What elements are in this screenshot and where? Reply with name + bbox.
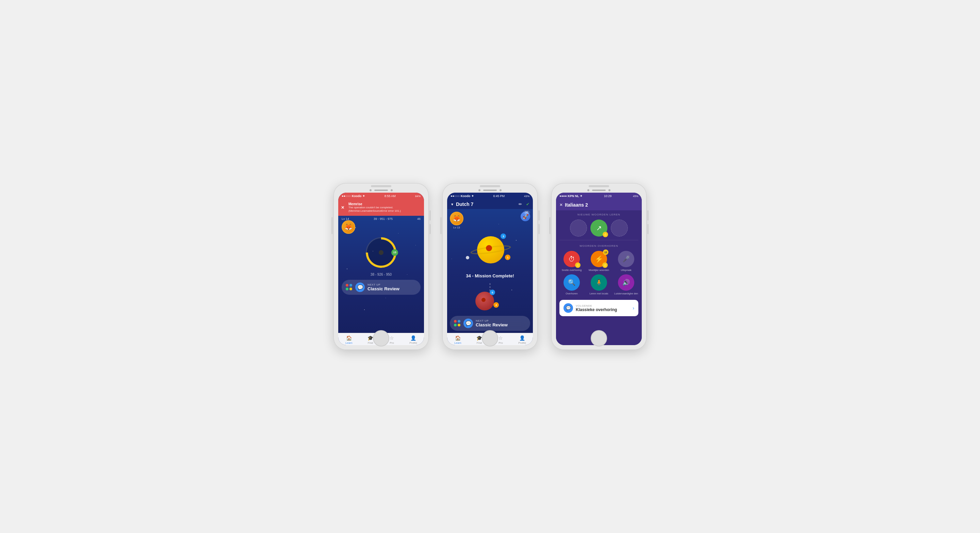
star-icon: ☆ <box>390 335 394 341</box>
dot-yellow <box>350 288 352 290</box>
overhoren-label: Overhoren <box>566 292 578 295</box>
phone3-close-icon[interactable]: ✕ <box>559 202 563 207</box>
practice-item-luister: 🔊 Luistervaardighe den <box>614 274 638 295</box>
phone2-dot-green <box>454 324 457 326</box>
phone1-nav-pro[interactable]: ☆ Pro <box>381 335 402 344</box>
phone1-nav-learn-label: Learn <box>345 341 352 344</box>
phone2-nav-learn[interactable]: 🏠 Learn <box>447 335 469 344</box>
phone3-volume-up-button[interactable] <box>647 210 649 221</box>
phone1-battery: 84% <box>415 195 421 198</box>
phone3-volume-down-button[interactable] <box>647 224 649 234</box>
bottom-planet: 6 2 <box>476 292 494 310</box>
phone1-orbit-ring: 15 <box>366 237 396 268</box>
next-up-dots-icon <box>346 284 353 291</box>
phone1-nav-pro-label: Pro <box>390 341 394 344</box>
volgende-text: VOLGENDE Klassieke overhoring <box>576 304 630 312</box>
phone1-nav-profile[interactable]: 👤 Profile <box>402 335 424 344</box>
phone2-volume-down-button[interactable] <box>538 224 540 234</box>
volgende-chevron-icon: › <box>633 305 634 311</box>
phone3-power-button[interactable] <box>549 217 550 234</box>
mission-text: 34 - Mission Complete! <box>466 273 514 278</box>
phone2-level: Lv 13 <box>450 226 463 229</box>
phone2-graduation-icon: 🎓 <box>476 335 482 341</box>
phone3-camera-dot-2 <box>608 189 611 191</box>
uitspraak-button[interactable]: 🎤 <box>618 251 634 267</box>
check-icon[interactable]: ✔ <box>526 202 530 207</box>
phone2-next-up-dots <box>454 320 461 327</box>
moeilijke-num-badge: 15 <box>603 250 608 255</box>
phone2-character: 🦊 <box>450 212 463 225</box>
phone2-next-up-bar[interactable]: 💬 NEXT UP Classic Review <box>450 316 530 331</box>
timer-icon: ⏱ <box>568 255 575 263</box>
phone2-carrier: ●●○○○ Koodo ✦ <box>450 194 474 198</box>
phone1-range-bottom: 38 - 926 - 950 <box>338 271 424 278</box>
error-banner: ✕ Memrise The operation couldn't be comp… <box>338 199 424 216</box>
snelle-star-badge: ⭐ <box>575 263 581 268</box>
phone3-camera-area <box>556 188 642 193</box>
phone1-next-up-title: Classic Review <box>368 286 417 291</box>
phone3-content: NIEUWE WOORDEN LEREN ↗ ⭐ WOORDEN OVERHOR… <box>556 210 642 345</box>
volgende-label: VOLGENDE <box>576 304 630 307</box>
practice-item-snelle: ⏱ ⭐ Snelle overhoring <box>559 251 584 272</box>
error-message: The operation couldn't be completed. (Me… <box>348 206 421 213</box>
phone3-learn-btn[interactable]: ↗ ⭐ <box>590 220 608 237</box>
overhoren-button[interactable]: 🔍 <box>563 274 580 291</box>
phone3-ghost-btn-left <box>570 220 587 237</box>
learn-star-badge: ⭐ <box>603 232 608 237</box>
phone1-bottom-nav: 🏠 Learn 🎓 Find ☆ Pro 👤 Profile <box>338 333 424 345</box>
moeilijke-button[interactable]: ⚡ 15 ⭐ <box>591 251 607 267</box>
chevron-down-icon[interactable]: ▼ <box>450 202 454 206</box>
phone3-ghost-btn-right <box>611 220 628 237</box>
phone1-next-up-bar[interactable]: 💬 NEXT UP Classic Review <box>342 280 421 295</box>
graduation-icon: 🎓 <box>368 335 373 341</box>
phone-camera-area <box>338 188 424 193</box>
phone1-status-bar: ●●○○○ Koodo ✦ 8:55 AM 84% <box>338 193 424 199</box>
phone2-next-up-text: NEXT UP Classic Review <box>476 319 526 328</box>
leren-label: Leren met locals <box>589 292 608 295</box>
practice-item-overhoren: 🔍 Overhoren <box>559 274 584 295</box>
practice-item-leren: 🧍 Leren met locals <box>587 274 611 295</box>
search-icon: 🔍 <box>568 279 576 286</box>
badge-3: 3 <box>501 234 506 239</box>
phone2-star-icon: ☆ <box>498 335 503 341</box>
edit-icon[interactable]: ✏ <box>519 202 522 207</box>
phone2-nav-profile[interactable]: 👤 Profile <box>511 335 533 344</box>
mic-icon: 🎤 <box>622 255 630 263</box>
leren-button[interactable]: 🧍 <box>591 274 607 291</box>
badge-2: 2 <box>493 302 499 308</box>
phone1-nav-learn[interactable]: 🏠 Learn <box>338 335 360 344</box>
volgende-title: Klassieke overhoring <box>576 307 630 312</box>
badge-1: 1 <box>505 255 511 260</box>
volume-down-button[interactable] <box>430 224 431 234</box>
luister-button[interactable]: 🔊 <box>618 274 634 291</box>
phone2-home-icon: 🏠 <box>455 335 461 341</box>
phone3-section-new-words: NIEUWE WOORDEN LEREN <box>556 210 642 218</box>
lightning-icon: ⚡ <box>595 255 603 263</box>
speaker-icon: 🔊 <box>622 279 630 286</box>
power-button[interactable] <box>331 217 333 234</box>
next-up-text: NEXT UP Classic Review <box>368 283 417 291</box>
phone2-nav-pro[interactable]: ☆ Pro <box>490 335 511 344</box>
phone2-power-button[interactable] <box>440 217 442 234</box>
phone-3: ●●●● KPN NL ✦ 10:29 45% ✕ Italiaans 2 NI… <box>551 183 646 350</box>
phone3-volgende-bar[interactable]: 💬 VOLGENDE Klassieke overhoring › <box>559 300 638 316</box>
phone-2: ●●○○○ Koodo ✦ 6:45 PM 43% ▼ Dutch 7 ✏ ✔ <box>442 183 538 350</box>
phone3-divider <box>559 240 638 240</box>
person-icon: 🧍 <box>595 279 603 286</box>
volume-up-button[interactable] <box>430 210 431 221</box>
phone1-time: 8:55 AM <box>385 194 396 198</box>
phone2-course-title: Dutch 7 <box>456 202 473 207</box>
phone2-volume-up-button[interactable] <box>538 210 540 221</box>
phone2-nav-find[interactable]: 🎓 Find <box>469 335 490 344</box>
phone1-nav-find[interactable]: 🎓 Find <box>360 335 381 344</box>
learn-arrow-icon: ↗ <box>596 224 602 232</box>
camera-dot <box>369 189 372 191</box>
phone2-badge-count: 35 <box>523 210 530 215</box>
snelle-button[interactable]: ⏱ ⭐ <box>563 251 580 267</box>
phone3-learn-row: ↗ ⭐ <box>556 218 642 239</box>
phone2-nav-find-label: Find <box>477 341 482 344</box>
error-close-icon[interactable]: ✕ <box>341 205 344 210</box>
phone1-character-area: 🦊 <box>338 220 424 234</box>
small-orb <box>466 256 469 259</box>
uitspraak-label: Uitspraak <box>620 269 632 272</box>
